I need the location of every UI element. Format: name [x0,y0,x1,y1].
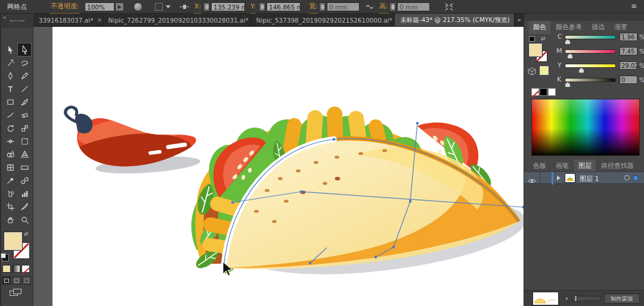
shape-builder-tool[interactable] [4,148,17,161]
3d-cube-icon[interactable] [528,67,536,76]
x-stepper[interactable] [203,2,210,11]
mini-default-swatches-icon[interactable] [529,36,535,42]
layer-name[interactable]: 图层 1 [580,174,599,183]
direct-selection-tool[interactable] [18,43,31,56]
taco-art[interactable] [191,107,524,288]
tab-overflow-icon[interactable]: » [515,14,524,26]
zoom-slider[interactable] [572,296,600,301]
doc-tab-4-active[interactable]: 未标题-43* @ 217.35% (CMYK/预览)× [395,14,515,26]
y-stepper[interactable] [259,2,265,11]
y-slider[interactable] [565,64,616,68]
opacity-dropdown-icon[interactable]: ▶ [115,2,124,11]
chili-pepper-art[interactable] [54,107,201,192]
selection-tool[interactable] [4,43,17,56]
doc-tab-3[interactable]: Nipic_537398_20190929202152610000.ai*× [251,14,395,26]
width-tool[interactable] [4,135,17,148]
type-tool[interactable] [4,83,17,95]
default-fill-stroke-icon[interactable] [2,254,9,261]
layers-list-empty[interactable] [524,185,644,290]
c-slider[interactable] [565,35,616,39]
close-icon[interactable]: × [97,16,102,24]
x-label[interactable]: X: [194,0,201,14]
gradient-mode-button[interactable] [12,265,20,273]
y-label[interactable]: Y: [250,0,256,14]
column-graph-tool[interactable] [18,188,31,200]
width-label[interactable]: 宽: [309,0,318,14]
zoom-tool[interactable] [18,214,31,226]
opacity-field[interactable]: 100% [85,2,114,11]
tab-layers[interactable]: 图层 [574,160,596,173]
layer-row[interactable]: 图层 1 [524,171,644,184]
height-stepper[interactable] [389,2,396,11]
doc-tab-1[interactable]: 33916183037.ai*× [33,14,103,26]
screen-mode-button[interactable] [8,288,24,298]
none-swatch[interactable] [531,88,539,96]
color-mode-button[interactable] [2,265,11,273]
k-slider-thumb[interactable] [565,82,570,87]
recolor-artwork-icon[interactable] [134,2,143,11]
blend-tool[interactable] [18,174,31,187]
tab-gradient[interactable]: 渐变 [610,21,631,34]
c-value-field[interactable]: 1.96 [620,33,637,41]
m-value-field[interactable]: 7.45 [620,47,637,55]
pen-tool[interactable] [4,70,17,82]
link-dimensions-icon[interactable] [365,4,374,10]
width-stepper[interactable] [319,2,326,11]
color-spectrum[interactable] [531,99,640,156]
free-transform-tool[interactable] [18,135,31,148]
fill-proxy[interactable] [529,43,542,57]
swap-fill-stroke-icon[interactable]: ⇄ [24,231,29,237]
doc-tab-2[interactable]: Nipic_7262799_20190920103330028031.ai*× [103,14,251,26]
lasso-tool[interactable] [18,57,31,69]
layer-expand-icon[interactable] [557,176,561,180]
draw-normal-button[interactable] [2,276,11,285]
y-field[interactable]: 146.865 m [267,2,301,11]
panel-menu-icon[interactable]: ≡ [631,2,637,10]
draw-behind-button[interactable] [12,276,21,285]
m-slider-thumb[interactable] [568,54,572,58]
tab-stroke[interactable]: 描边 [587,21,609,34]
tab-color-guide[interactable]: 颜色参考 [552,21,586,34]
magic-wand-tool[interactable] [4,57,17,69]
scale-tool[interactable] [18,122,31,135]
c-slider-thumb[interactable] [565,39,570,44]
perspective-grid-tool[interactable] [18,148,31,161]
select-similar-arrow-icon[interactable] [166,5,171,8]
k-slider[interactable] [565,78,616,82]
artboard-tool[interactable] [4,201,17,213]
tab-pathfinder[interactable]: 路径查找器 [597,160,638,173]
symbol-sprayer-tool[interactable] [4,188,17,200]
tab-swatches[interactable]: 色板 [529,160,550,173]
artboard[interactable] [52,27,524,306]
draw-inside-button[interactable] [22,276,31,285]
mesh-tool[interactable] [4,161,17,174]
rotate-tool[interactable] [4,122,17,135]
white-swatch[interactable] [548,88,556,96]
select-similar-icon[interactable] [155,3,163,11]
k-value-field[interactable]: 0 [620,76,637,84]
hand-tool[interactable] [4,214,17,226]
height-label[interactable]: 高: [379,0,388,14]
none-mode-button[interactable] [21,265,30,273]
tab-brushes[interactable]: 画笔 [552,160,573,173]
rectangle-tool[interactable] [4,96,17,108]
paintbrush-tool[interactable] [18,96,31,108]
fill-swatch[interactable] [4,232,22,250]
y-slider-thumb[interactable] [579,68,584,73]
x-field[interactable]: 135.239 m [211,2,245,11]
y-value-field[interactable]: 29.02 [620,61,637,70]
swap-colors-icon[interactable]: ⇄ [541,36,546,42]
tools-panel-header[interactable]: « [1,14,33,28]
gradient-tool[interactable] [18,161,31,174]
eraser-tool[interactable] [18,109,31,121]
m-slider[interactable] [565,49,616,54]
line-segment-tool[interactable] [18,83,31,95]
black-swatch[interactable] [540,88,547,96]
tab-color[interactable]: 颜色 [529,21,550,34]
canvas-area[interactable] [33,27,524,306]
layer-target-icon[interactable] [624,175,630,180]
slice-tool[interactable] [18,201,31,213]
width-field[interactable]: 0 mm [327,2,360,11]
last-color-swatch[interactable] [540,66,549,75]
zoom-out-dot-icon[interactable] [566,298,568,299]
